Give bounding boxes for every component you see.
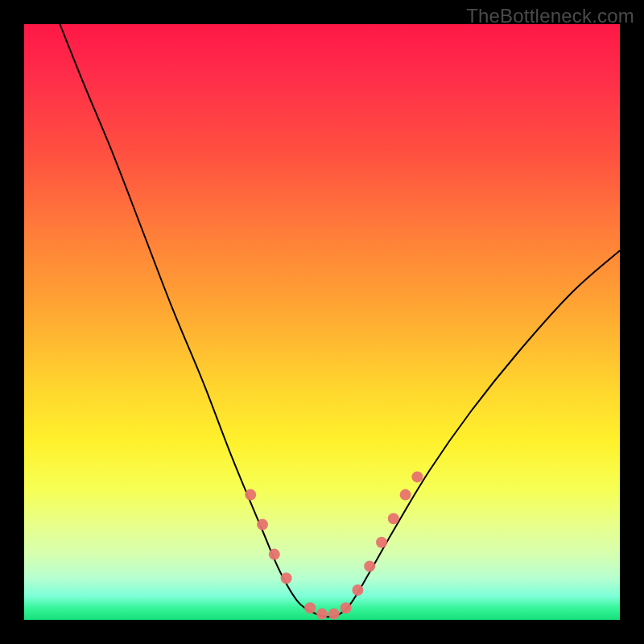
- highlight-dot: [269, 549, 280, 560]
- highlight-dot: [341, 602, 352, 613]
- highlight-dot: [316, 609, 328, 620]
- highlight-dot: [388, 513, 399, 524]
- highlight-dot: [411, 471, 423, 482]
- highlight-dot: [257, 519, 268, 530]
- highlight-dot: [328, 609, 340, 620]
- highlight-dots: [245, 471, 423, 619]
- highlight-dot: [352, 584, 363, 596]
- highlight-dot: [364, 560, 375, 572]
- highlight-dot: [245, 489, 256, 501]
- highlight-dot: [376, 537, 387, 548]
- bottleneck-curve: [60, 24, 620, 617]
- highlight-dot: [304, 602, 316, 613]
- chart-frame: TheBottleneck.com: [0, 0, 644, 644]
- highlight-dot: [281, 572, 292, 584]
- highlight-dot: [400, 489, 411, 501]
- chart-svg: [24, 24, 620, 620]
- plot-area: [24, 24, 620, 620]
